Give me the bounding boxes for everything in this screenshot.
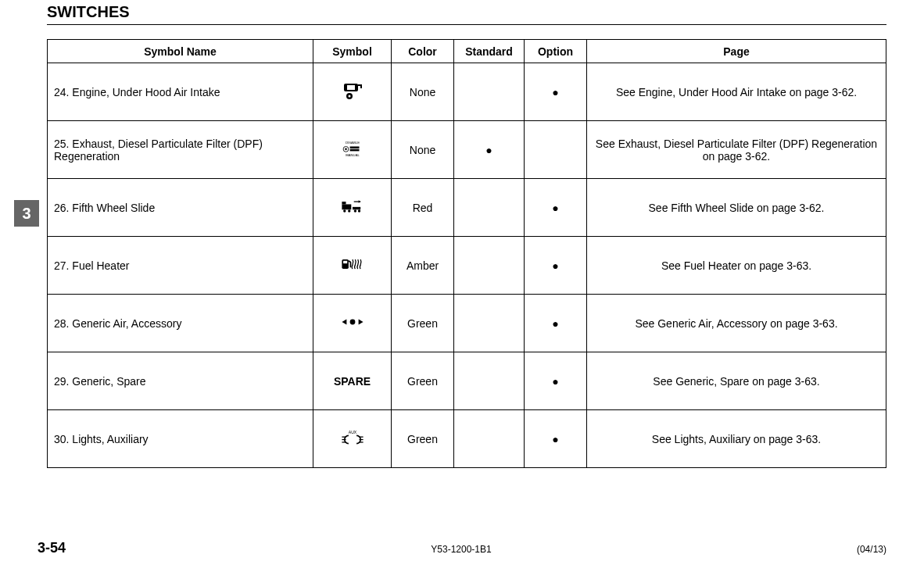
table-row: 28. Generic Air, Accessory Green ● See G…: [48, 295, 886, 352]
fifth-wheel-icon: [339, 196, 366, 216]
page: 3 SWITCHES Symbol Name Symbol Color Stan…: [0, 0, 924, 572]
svg-rect-7: [349, 146, 359, 148]
table-row: 25. Exhaust, Diesel Particulate Filter (…: [48, 121, 886, 179]
title-underline: [47, 24, 886, 25]
svg-rect-14: [353, 207, 360, 209]
generic-air-icon: [339, 312, 366, 332]
th-name: Symbol Name: [48, 40, 313, 63]
symbol-icon-cell: [313, 237, 392, 295]
svg-marker-18: [358, 200, 360, 202]
th-option: Option: [525, 40, 587, 63]
color-value: Green: [392, 410, 454, 468]
color-value: Green: [392, 352, 454, 410]
svg-rect-20: [343, 261, 347, 263]
aux-lights-icon: AUX: [339, 427, 366, 448]
page-ref: See Exhaust, Diesel Particulate Filter (…: [587, 121, 886, 179]
svg-point-6: [345, 148, 347, 151]
symbol-name: 24. Engine, Under Hood Air Intake: [48, 63, 313, 121]
option-mark: ●: [525, 410, 587, 468]
table-row: 30. Lights, Auxiliary AUX Green: [48, 410, 886, 468]
table-header-row: Symbol Name Symbol Color Standard Option…: [48, 40, 886, 63]
table-row: 26. Fifth Wheel Slide Red: [48, 179, 886, 237]
symbol-name: 26. Fifth Wheel Slide: [48, 179, 313, 237]
symbol-icon-cell: AUX: [313, 410, 392, 468]
symbol-icon-cell: [313, 63, 392, 121]
chapter-tab-number: 3: [22, 205, 30, 223]
standard-mark: [454, 352, 525, 410]
standard-mark: [454, 179, 525, 237]
svg-text:DISABLE: DISABLE: [346, 141, 360, 145]
standard-mark: [454, 63, 525, 121]
th-standard: Standard: [454, 40, 525, 63]
symbol-icon-cell: [313, 295, 392, 352]
option-mark: ●: [525, 295, 587, 352]
svg-point-12: [343, 209, 346, 212]
option-mark: ●: [525, 352, 587, 410]
footer-doc-id: Y53-1200-1B1: [431, 544, 491, 555]
symbol-icon-cell: [313, 179, 392, 237]
svg-text:AUX: AUX: [348, 430, 356, 434]
svg-point-13: [348, 209, 350, 212]
page-ref: See Engine, Under Hood Air Intake on pag…: [587, 63, 886, 121]
air-intake-icon: [339, 80, 366, 101]
page-footer: 3-54 Y53-1200-1B1 (04/13): [38, 540, 886, 556]
section-title: SWITCHES: [47, 0, 886, 24]
symbol-name: 30. Lights, Auxiliary: [48, 410, 313, 468]
svg-rect-1: [347, 85, 355, 90]
svg-point-22: [349, 320, 355, 325]
standard-mark: ●: [454, 121, 525, 179]
spare-text-icon: SPARE: [334, 375, 371, 388]
symbol-icon-cell: DISABLE MANUAL: [313, 121, 392, 179]
svg-point-3: [348, 95, 350, 98]
symbol-name: 25. Exhaust, Diesel Particulate Filter (…: [48, 121, 313, 179]
table-row: 27. Fuel Heater Amber ● See Fuel Hea: [48, 237, 886, 295]
table-row: 24. Engine, Under Hood Air Intake None ●…: [48, 63, 886, 121]
page-ref: See Lights, Auxiliary on page 3-63.: [587, 410, 886, 468]
color-value: Green: [392, 295, 454, 352]
option-mark: [525, 121, 587, 179]
th-color: Color: [392, 40, 454, 63]
svg-point-15: [353, 209, 356, 212]
symbol-icon-cell: SPARE: [313, 352, 392, 410]
standard-mark: [454, 237, 525, 295]
svg-rect-10: [342, 204, 351, 209]
option-mark: ●: [525, 179, 587, 237]
fuel-heater-icon: [339, 254, 366, 274]
th-symbol: Symbol: [313, 40, 392, 63]
svg-text:MANUAL: MANUAL: [346, 153, 360, 157]
page-ref: See Fuel Heater on page 3-63.: [587, 237, 886, 295]
svg-point-16: [357, 209, 360, 212]
footer-date: (04/13): [857, 544, 886, 555]
table-row: 29. Generic, Spare SPARE Green ● See Gen…: [48, 352, 886, 410]
footer-page-number: 3-54: [38, 540, 66, 556]
switches-table: Symbol Name Symbol Color Standard Option…: [47, 39, 886, 468]
standard-mark: [454, 410, 525, 468]
chapter-tab: 3: [14, 200, 39, 227]
page-ref: See Generic, Spare on page 3-63.: [587, 352, 886, 410]
symbol-name: 29. Generic, Spare: [48, 352, 313, 410]
svg-marker-23: [358, 320, 363, 325]
option-mark: ●: [525, 63, 587, 121]
svg-rect-11: [342, 202, 346, 204]
th-page: Page: [587, 40, 886, 63]
svg-marker-21: [342, 320, 346, 325]
color-value: None: [392, 121, 454, 179]
color-value: None: [392, 63, 454, 121]
standard-mark: [454, 295, 525, 352]
page-ref: See Fifth Wheel Slide on page 3-62.: [587, 179, 886, 237]
page-ref: See Generic Air, Accessory on page 3-63.: [587, 295, 886, 352]
symbol-name: 27. Fuel Heater: [48, 237, 313, 295]
option-mark: ●: [525, 237, 587, 295]
svg-rect-8: [349, 149, 359, 152]
color-value: Red: [392, 179, 454, 237]
color-value: Amber: [392, 237, 454, 295]
symbol-name: 28. Generic Air, Accessory: [48, 295, 313, 352]
dpf-regen-icon: DISABLE MANUAL: [339, 138, 366, 159]
